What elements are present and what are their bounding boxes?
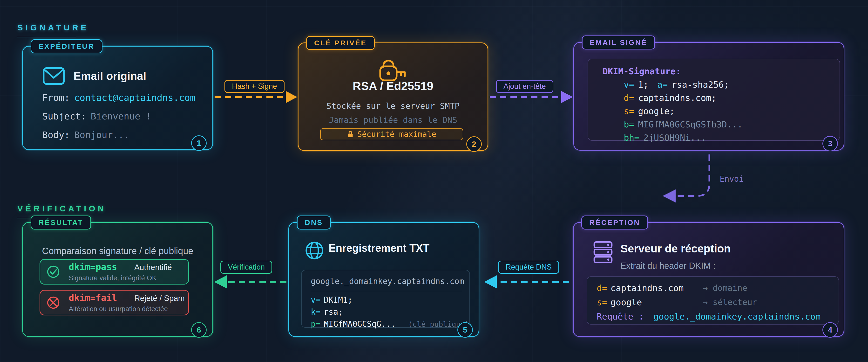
from-value: contact@captaindns.com [74, 92, 195, 103]
txt-line-k: k=rsa; [311, 307, 462, 319]
arrow-right-icon [561, 91, 573, 103]
dns-domain: google._domainkey.captaindns.com [311, 277, 462, 286]
flow-label-requete-dns: Requête DNS [498, 261, 559, 274]
code-line-d: d=captaindns.com; [602, 93, 840, 106]
dkim-header-extract-label: Extrait du header DKIM : [620, 261, 715, 271]
code-line-s: s=google; [602, 106, 840, 119]
card-title-enregistrement-txt: Enregistrement TXT [329, 242, 429, 254]
b-value: MIGfMA0GCSqGSIb3D... [638, 119, 742, 129]
badge-expediteur: EXPÉDITEUR [31, 39, 102, 53]
v-key: v= [624, 80, 634, 89]
dkim-signature-code-panel: DKIM-Signature: v=1;a=rsa-sha256; d=capt… [588, 59, 840, 141]
dkim-fail-code: dkim=fail [69, 293, 134, 303]
extract-line-s: s=google → sélecteur [597, 297, 830, 311]
panel-divider [311, 291, 462, 291]
selector-note: → sélecteur [703, 297, 757, 311]
domain-note: → domaine [703, 283, 747, 297]
a-value: rsa-sha256; [672, 80, 729, 89]
badge-reception: RÉCEPTION [581, 216, 648, 229]
step-badge-1: 1 [191, 135, 207, 151]
step-badge-2: 2 [466, 136, 482, 152]
pass-description: Signature valide, intégrité OK [69, 274, 172, 282]
dkim-diagram: SIGNATURE VÉRIFICATION Hash + Signe Ajou… [0, 0, 868, 362]
comparison-title: Comparaison signature / clé publique [23, 246, 212, 256]
step-badge-3: 3 [823, 136, 838, 151]
envelope-icon [42, 64, 65, 89]
requete-key: Requête : [597, 311, 644, 326]
p-value: MIGfMA0GCSqG... [324, 319, 396, 329]
s-value: google; [638, 106, 675, 116]
arrow-verification [214, 275, 286, 288]
extract-line-requete: Requête :google._domainkey.captaindns.co… [597, 311, 830, 326]
badge-cle-privee: CLÉ PRIVÉE [306, 36, 375, 50]
security-badge-label: Sécurité maximale [357, 130, 436, 139]
subject-key: Subject: [42, 111, 86, 122]
code-line-header: DKIM-Signature: [602, 66, 840, 80]
bh-value: 2jUSOH9Ni... [643, 133, 706, 143]
step-badge-5: 5 [457, 322, 473, 338]
dkim-pass-code: dkim=pass [69, 262, 134, 272]
badge-email-signe: EMAIL SIGNÉ [582, 35, 655, 50]
s-key: s= [624, 106, 634, 116]
body-key: Body: [42, 130, 70, 140]
d-value: captaindns.com; [638, 93, 716, 103]
result-fail-box: dkim=fail Rejeté / Spam Altération ou us… [39, 290, 189, 315]
section-signature-label: SIGNATURE [18, 23, 89, 32]
pass-status: Authentifié [134, 263, 172, 272]
code-line-b: b=MIGfMA0GCSqGSIb3D... [602, 119, 840, 133]
flow-label-envoi: Envoi [720, 174, 744, 184]
arrow-left-icon [484, 275, 497, 288]
lock-icon [347, 130, 353, 138]
v-key: v= [311, 295, 320, 305]
section-signature-underline [18, 37, 76, 37]
k-value: rsa; [324, 307, 343, 317]
card-title-email-original: Email original [73, 64, 146, 88]
card-title-serveur-reception: Serveur de réception [620, 242, 731, 255]
arrow-requete-dns [484, 275, 569, 288]
extract-line-d: d=captaindns.com → domaine [597, 283, 830, 297]
code-line-v-a: v=1;a=rsa-sha256; [602, 80, 840, 93]
badge-resultat: RÉSULTAT [31, 216, 91, 229]
email-from-row: From:contact@captaindns.com [42, 92, 195, 103]
a-key: a= [657, 80, 668, 89]
x-circle-icon [46, 296, 60, 309]
requete-value: google._domainkey.captaindns.com [653, 311, 821, 326]
v-value: 1; [638, 80, 648, 89]
server-icon [593, 241, 613, 264]
flow-label-ajout-entete: Ajout en-tête [496, 80, 553, 93]
card-expediteur: EXPÉDITEUR 1 Email original From:contact… [22, 46, 213, 150]
result-pass-box: dkim=pass Authentifié Signature valide, … [39, 259, 189, 284]
bh-key: bh= [624, 133, 640, 143]
arrow-right-icon [286, 91, 297, 103]
txt-record-panel: google._domainkey.captaindns.com v=DKIM1… [301, 270, 470, 328]
arrow-left-icon [214, 275, 227, 288]
badge-dns: DNS [297, 216, 331, 229]
d-key: d= [624, 93, 634, 103]
card-resultat: RÉSULTAT 6 Comparaison signature / clé p… [22, 222, 213, 337]
from-key: From: [42, 92, 70, 103]
d-key: d= [597, 283, 607, 293]
v-value: DKIM1; [324, 295, 352, 305]
key-privacy-note: Jamais publiée dans le DNS [299, 115, 488, 125]
txt-line-v: v=DKIM1; [311, 295, 462, 307]
k-key: k= [311, 307, 320, 317]
check-circle-icon [46, 265, 60, 278]
s-value: google [611, 297, 642, 307]
fail-description: Altération ou usurpation détectée [69, 305, 185, 313]
step-badge-6: 6 [191, 322, 207, 338]
card-reception: RÉCEPTION 4 Serveur de réception Extrait… [573, 222, 844, 337]
dkim-extract-panel: d=captaindns.com → domaine s=google → sé… [587, 276, 839, 325]
card-title-rsa-ed25519: RSA / Ed25519 [299, 79, 488, 93]
txt-line-p: p=MIGfMA0GCSqG...(clé publique) [311, 319, 462, 331]
section-verification-label: VÉRIFICATION [18, 204, 106, 213]
card-dns: DNS 5 Enregistrement TXT google._domaink… [288, 222, 479, 337]
subject-value: Bienvenue ! [91, 111, 151, 122]
b-key: b= [624, 119, 634, 129]
flow-label-verification: Vérification [220, 261, 272, 274]
dkim-signature-key: DKIM-Signature: [602, 66, 681, 76]
flow-label-hash-signe: Hash + Signe [224, 80, 284, 93]
security-badge: Sécurité maximale [320, 128, 463, 140]
key-storage-note: Stockée sur le serveur SMTP [299, 101, 488, 111]
step-badge-4: 4 [823, 322, 838, 338]
email-subject-row: Subject:Bienvenue ! [42, 111, 151, 122]
